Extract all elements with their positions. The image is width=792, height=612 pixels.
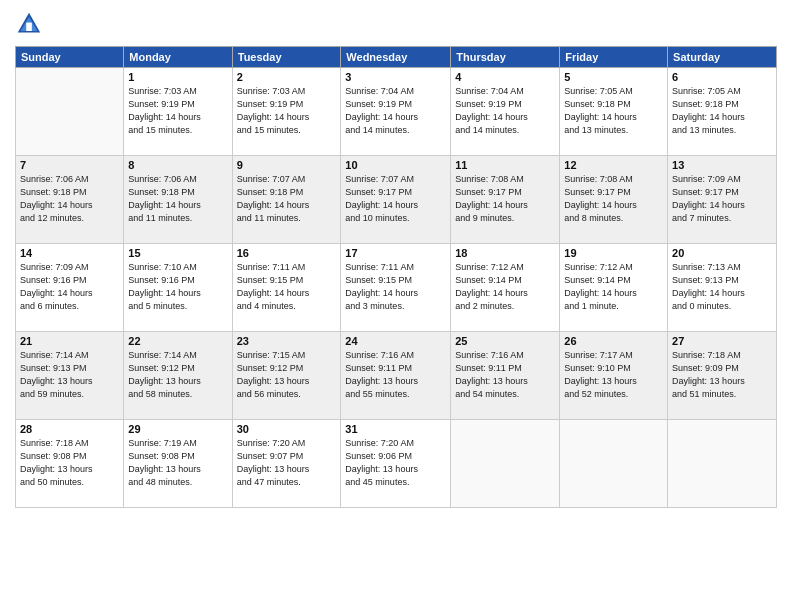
- svg-rect-2: [26, 23, 32, 31]
- day-number: 8: [128, 159, 227, 171]
- calendar-cell: 7Sunrise: 7:06 AMSunset: 9:18 PMDaylight…: [16, 156, 124, 244]
- day-info: Sunrise: 7:15 AMSunset: 9:12 PMDaylight:…: [237, 349, 337, 401]
- calendar-cell: 6Sunrise: 7:05 AMSunset: 9:18 PMDaylight…: [668, 68, 777, 156]
- weekday-header-saturday: Saturday: [668, 47, 777, 68]
- day-number: 1: [128, 71, 227, 83]
- calendar-cell: 11Sunrise: 7:08 AMSunset: 9:17 PMDayligh…: [451, 156, 560, 244]
- day-info: Sunrise: 7:04 AMSunset: 9:19 PMDaylight:…: [455, 85, 555, 137]
- day-info: Sunrise: 7:11 AMSunset: 9:15 PMDaylight:…: [345, 261, 446, 313]
- day-info: Sunrise: 7:20 AMSunset: 9:07 PMDaylight:…: [237, 437, 337, 489]
- day-number: 28: [20, 423, 119, 435]
- day-number: 13: [672, 159, 772, 171]
- day-number: 9: [237, 159, 337, 171]
- weekday-header-row: SundayMondayTuesdayWednesdayThursdayFrid…: [16, 47, 777, 68]
- calendar-table: SundayMondayTuesdayWednesdayThursdayFrid…: [15, 46, 777, 508]
- day-number: 18: [455, 247, 555, 259]
- page: SundayMondayTuesdayWednesdayThursdayFrid…: [0, 0, 792, 612]
- day-info: Sunrise: 7:09 AMSunset: 9:17 PMDaylight:…: [672, 173, 772, 225]
- calendar-cell: 9Sunrise: 7:07 AMSunset: 9:18 PMDaylight…: [232, 156, 341, 244]
- day-info: Sunrise: 7:10 AMSunset: 9:16 PMDaylight:…: [128, 261, 227, 313]
- day-number: 3: [345, 71, 446, 83]
- day-number: 14: [20, 247, 119, 259]
- day-number: 2: [237, 71, 337, 83]
- calendar-week-row: 1Sunrise: 7:03 AMSunset: 9:19 PMDaylight…: [16, 68, 777, 156]
- logo-icon: [15, 10, 43, 38]
- day-info: Sunrise: 7:17 AMSunset: 9:10 PMDaylight:…: [564, 349, 663, 401]
- weekday-header-wednesday: Wednesday: [341, 47, 451, 68]
- calendar-cell: 21Sunrise: 7:14 AMSunset: 9:13 PMDayligh…: [16, 332, 124, 420]
- day-number: 30: [237, 423, 337, 435]
- calendar-cell: 17Sunrise: 7:11 AMSunset: 9:15 PMDayligh…: [341, 244, 451, 332]
- calendar-cell: [668, 420, 777, 508]
- day-info: Sunrise: 7:20 AMSunset: 9:06 PMDaylight:…: [345, 437, 446, 489]
- day-number: 6: [672, 71, 772, 83]
- calendar-week-row: 7Sunrise: 7:06 AMSunset: 9:18 PMDaylight…: [16, 156, 777, 244]
- day-number: 25: [455, 335, 555, 347]
- day-number: 23: [237, 335, 337, 347]
- day-number: 11: [455, 159, 555, 171]
- weekday-header-monday: Monday: [124, 47, 232, 68]
- day-info: Sunrise: 7:12 AMSunset: 9:14 PMDaylight:…: [455, 261, 555, 313]
- day-info: Sunrise: 7:12 AMSunset: 9:14 PMDaylight:…: [564, 261, 663, 313]
- calendar-cell: 13Sunrise: 7:09 AMSunset: 9:17 PMDayligh…: [668, 156, 777, 244]
- day-number: 10: [345, 159, 446, 171]
- logo: [15, 10, 47, 38]
- day-info: Sunrise: 7:18 AMSunset: 9:09 PMDaylight:…: [672, 349, 772, 401]
- calendar-cell: [451, 420, 560, 508]
- day-number: 16: [237, 247, 337, 259]
- calendar-cell: 27Sunrise: 7:18 AMSunset: 9:09 PMDayligh…: [668, 332, 777, 420]
- day-info: Sunrise: 7:13 AMSunset: 9:13 PMDaylight:…: [672, 261, 772, 313]
- day-number: 22: [128, 335, 227, 347]
- calendar-cell: [560, 420, 668, 508]
- day-info: Sunrise: 7:14 AMSunset: 9:12 PMDaylight:…: [128, 349, 227, 401]
- day-number: 29: [128, 423, 227, 435]
- day-number: 5: [564, 71, 663, 83]
- day-info: Sunrise: 7:07 AMSunset: 9:18 PMDaylight:…: [237, 173, 337, 225]
- day-info: Sunrise: 7:05 AMSunset: 9:18 PMDaylight:…: [564, 85, 663, 137]
- calendar-cell: 5Sunrise: 7:05 AMSunset: 9:18 PMDaylight…: [560, 68, 668, 156]
- weekday-header-sunday: Sunday: [16, 47, 124, 68]
- calendar-cell: 29Sunrise: 7:19 AMSunset: 9:08 PMDayligh…: [124, 420, 232, 508]
- day-info: Sunrise: 7:19 AMSunset: 9:08 PMDaylight:…: [128, 437, 227, 489]
- day-info: Sunrise: 7:08 AMSunset: 9:17 PMDaylight:…: [564, 173, 663, 225]
- calendar-cell: 10Sunrise: 7:07 AMSunset: 9:17 PMDayligh…: [341, 156, 451, 244]
- weekday-header-friday: Friday: [560, 47, 668, 68]
- calendar-cell: 26Sunrise: 7:17 AMSunset: 9:10 PMDayligh…: [560, 332, 668, 420]
- day-number: 21: [20, 335, 119, 347]
- calendar-cell: 24Sunrise: 7:16 AMSunset: 9:11 PMDayligh…: [341, 332, 451, 420]
- day-number: 31: [345, 423, 446, 435]
- day-number: 26: [564, 335, 663, 347]
- day-number: 27: [672, 335, 772, 347]
- calendar-cell: 25Sunrise: 7:16 AMSunset: 9:11 PMDayligh…: [451, 332, 560, 420]
- calendar-cell: 1Sunrise: 7:03 AMSunset: 9:19 PMDaylight…: [124, 68, 232, 156]
- calendar-cell: 18Sunrise: 7:12 AMSunset: 9:14 PMDayligh…: [451, 244, 560, 332]
- calendar-cell: 23Sunrise: 7:15 AMSunset: 9:12 PMDayligh…: [232, 332, 341, 420]
- day-info: Sunrise: 7:09 AMSunset: 9:16 PMDaylight:…: [20, 261, 119, 313]
- calendar-cell: [16, 68, 124, 156]
- day-info: Sunrise: 7:07 AMSunset: 9:17 PMDaylight:…: [345, 173, 446, 225]
- day-number: 24: [345, 335, 446, 347]
- day-number: 20: [672, 247, 772, 259]
- day-info: Sunrise: 7:16 AMSunset: 9:11 PMDaylight:…: [455, 349, 555, 401]
- day-info: Sunrise: 7:06 AMSunset: 9:18 PMDaylight:…: [128, 173, 227, 225]
- calendar-cell: 30Sunrise: 7:20 AMSunset: 9:07 PMDayligh…: [232, 420, 341, 508]
- day-info: Sunrise: 7:14 AMSunset: 9:13 PMDaylight:…: [20, 349, 119, 401]
- day-info: Sunrise: 7:18 AMSunset: 9:08 PMDaylight:…: [20, 437, 119, 489]
- calendar-cell: 19Sunrise: 7:12 AMSunset: 9:14 PMDayligh…: [560, 244, 668, 332]
- day-info: Sunrise: 7:06 AMSunset: 9:18 PMDaylight:…: [20, 173, 119, 225]
- day-number: 7: [20, 159, 119, 171]
- calendar-cell: 2Sunrise: 7:03 AMSunset: 9:19 PMDaylight…: [232, 68, 341, 156]
- calendar-cell: 22Sunrise: 7:14 AMSunset: 9:12 PMDayligh…: [124, 332, 232, 420]
- calendar-cell: 16Sunrise: 7:11 AMSunset: 9:15 PMDayligh…: [232, 244, 341, 332]
- calendar-cell: 28Sunrise: 7:18 AMSunset: 9:08 PMDayligh…: [16, 420, 124, 508]
- day-info: Sunrise: 7:03 AMSunset: 9:19 PMDaylight:…: [128, 85, 227, 137]
- calendar-week-row: 21Sunrise: 7:14 AMSunset: 9:13 PMDayligh…: [16, 332, 777, 420]
- weekday-header-thursday: Thursday: [451, 47, 560, 68]
- day-number: 19: [564, 247, 663, 259]
- day-number: 17: [345, 247, 446, 259]
- weekday-header-tuesday: Tuesday: [232, 47, 341, 68]
- calendar-cell: 31Sunrise: 7:20 AMSunset: 9:06 PMDayligh…: [341, 420, 451, 508]
- day-info: Sunrise: 7:05 AMSunset: 9:18 PMDaylight:…: [672, 85, 772, 137]
- day-number: 15: [128, 247, 227, 259]
- day-info: Sunrise: 7:11 AMSunset: 9:15 PMDaylight:…: [237, 261, 337, 313]
